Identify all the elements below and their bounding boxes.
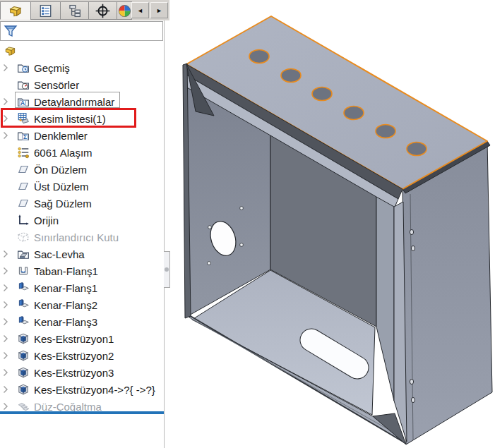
left-arrow-icon: ◄ xyxy=(137,7,143,14)
expand-arrow-icon xyxy=(3,182,9,190)
svg-text:Σ: Σ xyxy=(23,133,27,140)
tree-item-7[interactable]: Ön Düzlem xyxy=(0,161,164,178)
edge-flange-icon xyxy=(17,281,30,294)
tree-item-label: Düz-Çoğaltma xyxy=(34,401,102,413)
part-icon xyxy=(4,44,17,57)
tab-scroll-right-button[interactable]: ► xyxy=(150,2,168,18)
featuremanager-panel: GeçmişSensörlerADetaylandırmalarKesim li… xyxy=(0,0,165,448)
tree-item-label: Kes-Ekstrüzyon2 xyxy=(34,350,114,362)
tree-item-label: Denklemler xyxy=(34,130,88,142)
tree-item-1[interactable]: Geçmiş xyxy=(0,59,164,76)
cut-extrude-icon xyxy=(17,383,30,396)
expand-arrow-icon[interactable] xyxy=(3,63,9,72)
property-manager-icon xyxy=(38,4,53,18)
expand-arrow-icon[interactable] xyxy=(3,368,9,377)
expand-arrow-icon[interactable] xyxy=(3,250,9,258)
expand-arrow-icon[interactable] xyxy=(3,351,9,360)
panel-splitter-handle[interactable] xyxy=(164,251,170,288)
expand-arrow-icon[interactable] xyxy=(3,267,9,275)
tree-item-label: Sınırlandırıcı Kutu xyxy=(34,231,119,243)
cut-extrude-icon xyxy=(17,349,30,362)
sheet-metal-box-model xyxy=(164,0,495,448)
sheet-metal-folder-icon xyxy=(17,248,30,260)
tree-item-label: Kenar-Flanş3 xyxy=(34,316,97,328)
rollback-bar[interactable] xyxy=(0,411,164,414)
tree-item-label: 6061 Alaşım xyxy=(34,147,93,159)
cut-extrude-icon xyxy=(17,366,30,379)
splitter-dot-icon xyxy=(165,267,169,272)
plane-icon xyxy=(17,197,30,210)
tree-item-5[interactable]: ΣDenklemler xyxy=(0,127,164,144)
material-icon xyxy=(17,146,30,159)
right-arrow-icon: ► xyxy=(156,7,162,14)
tree-item-20[interactable]: Kes-Ekstrüzyon4->?{ ->?} xyxy=(0,381,164,398)
tree-item-12[interactable]: Sac-Levha xyxy=(0,246,164,262)
base-flange-icon xyxy=(17,265,30,277)
tree-item-10[interactable]: Orijin xyxy=(0,212,164,229)
tree-item-label: Sağ Düzlem xyxy=(34,198,92,210)
tree-item-label: Sac-Levha xyxy=(34,248,85,260)
display-manager-icon xyxy=(117,4,132,18)
tree-item-17[interactable]: Kes-Ekstrüzyon1 xyxy=(0,330,164,347)
tree-item-19[interactable]: Kes-Ekstrüzyon3 xyxy=(0,364,164,381)
tree-item-label: Kes-Ekstrüzyon3 xyxy=(34,367,114,379)
edge-flange-icon xyxy=(17,298,30,311)
manager-tab-display-manager[interactable] xyxy=(117,1,132,20)
tree-item-label: Geçmiş xyxy=(34,62,70,74)
configuration-manager-icon xyxy=(67,4,82,18)
tree-item-label: Kenar-Flanş1 xyxy=(34,282,97,294)
tree-filter-box[interactable] xyxy=(0,21,163,41)
dimxpert-icon xyxy=(95,4,110,18)
expand-arrow-icon xyxy=(3,148,9,157)
item-focus-box xyxy=(15,92,120,108)
expand-arrow-icon xyxy=(3,80,9,89)
tree-item-label: Kes-Ekstrüzyon1 xyxy=(34,333,114,345)
expand-arrow-icon[interactable] xyxy=(3,317,9,326)
solidworks-window: GeçmişSensörlerADetaylandırmalarKesim li… xyxy=(0,0,495,448)
part-icon xyxy=(8,4,23,18)
expand-arrow-icon[interactable] xyxy=(3,284,9,292)
expand-arrow-icon xyxy=(3,165,9,174)
tree-item-label: Üst Düzlem xyxy=(34,181,89,193)
expand-arrow-icon xyxy=(3,233,9,241)
expand-arrow-icon[interactable] xyxy=(3,131,9,140)
tree-root-item[interactable] xyxy=(0,42,164,59)
plane-icon xyxy=(17,163,30,176)
tree-item-8[interactable]: Üst Düzlem xyxy=(0,178,164,195)
tree-item-label: Orijin xyxy=(34,214,59,226)
expand-arrow-icon xyxy=(3,216,9,224)
tree-item-label: Sensörler xyxy=(34,79,79,91)
expand-arrow-icon[interactable] xyxy=(3,97,9,106)
tree-item-14[interactable]: Kenar-Flanş1 xyxy=(0,279,164,296)
manager-tab-configuration-manager[interactable] xyxy=(60,1,89,20)
equations-folder-icon: Σ xyxy=(17,129,30,142)
filter-funnel-icon xyxy=(3,23,18,39)
expand-arrow-icon[interactable] xyxy=(3,334,9,343)
expand-arrow-icon[interactable] xyxy=(3,402,9,411)
tree-item-16[interactable]: Kenar-Flanş3 xyxy=(0,313,164,330)
tree-item-label: Kes-Ekstrüzyon4->?{ ->?} xyxy=(34,384,155,396)
tree-item-label: Kenar-Flanş2 xyxy=(34,299,97,311)
tree-item-15[interactable]: Kenar-Flanş2 xyxy=(0,296,164,313)
tree-item-2[interactable]: Sensörler xyxy=(0,76,164,93)
tree-item-6[interactable]: 6061 Alaşım xyxy=(0,144,164,161)
bounding-box-icon xyxy=(17,231,30,243)
tree-item-13[interactable]: Taban-Flanş1 xyxy=(0,262,164,279)
tree-item-18[interactable]: Kes-Ekstrüzyon2 xyxy=(0,347,164,364)
edge-flange-icon xyxy=(17,315,30,328)
tree-item-9[interactable]: Sağ Düzlem xyxy=(0,195,164,212)
tab-scroll-left-button[interactable]: ◄ xyxy=(131,2,149,18)
sensors-folder-icon xyxy=(17,78,30,91)
feature-tree: GeçmişSensörlerADetaylandırmalarKesim li… xyxy=(0,0,164,448)
tree-item-11[interactable]: Sınırlandırıcı Kutu xyxy=(0,229,164,246)
plane-icon xyxy=(17,180,30,193)
manager-tab-part[interactable] xyxy=(0,1,31,20)
manager-tab-dimxpert[interactable] xyxy=(88,1,117,20)
origin-icon xyxy=(17,214,30,226)
tree-item-label: Taban-Flanş1 xyxy=(34,265,98,277)
manager-tab-property-manager[interactable] xyxy=(30,1,61,20)
expand-arrow-icon[interactable] xyxy=(3,385,9,394)
graphics-viewport[interactable] xyxy=(164,0,495,448)
manager-tab-bar: ◄► xyxy=(0,0,169,20)
expand-arrow-icon[interactable] xyxy=(3,301,9,309)
